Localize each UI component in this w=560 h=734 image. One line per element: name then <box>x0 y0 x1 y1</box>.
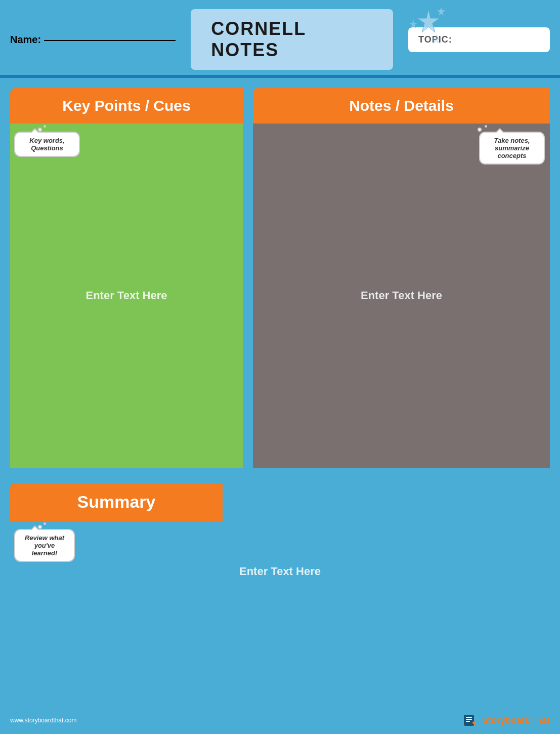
footer-brand: StoryboardThat <box>463 713 550 728</box>
name-label: Name: <box>10 34 41 46</box>
summary-bubble: Review what you've learned! <box>14 529 75 562</box>
notes-bubble: Take notes, summarize concepts <box>479 132 545 165</box>
page-title: CORNELL NOTES <box>211 18 306 60</box>
summary-section: Summary Review what you've learned! Ente… <box>0 483 560 632</box>
svg-marker-2 <box>409 19 418 28</box>
footer: www.storyboardthat.com StoryboardThat <box>10 713 550 728</box>
svg-rect-7 <box>466 721 470 722</box>
notes-bubble-dot-1 <box>478 128 482 132</box>
brand-icon <box>463 713 478 728</box>
svg-rect-5 <box>466 717 472 718</box>
key-points-header: Key Points / Cues <box>10 88 243 124</box>
summary-bubble-dot-2 <box>44 522 46 525</box>
svg-marker-3 <box>432 34 441 44</box>
svg-rect-6 <box>466 719 472 720</box>
summary-enter-text: Enter Text Here <box>239 565 321 578</box>
name-underline <box>44 40 176 41</box>
key-points-header-wrapper: Key Points / Cues <box>10 88 243 124</box>
title-box: CORNELL NOTES <box>191 9 393 70</box>
key-points-enter-text: Enter Text Here <box>86 289 167 302</box>
summary-body[interactable]: Review what you've learned! Enter Text H… <box>10 521 550 622</box>
footer-brand-accent: That <box>531 715 550 725</box>
name-section: Name: <box>10 34 176 46</box>
footer-url: www.storyboardthat.com <box>10 717 76 724</box>
svg-marker-0 <box>417 9 440 32</box>
stars-decoration <box>408 4 449 50</box>
summary-header: Summary <box>10 483 223 521</box>
key-points-column: Key Points / Cues Key words, Questions E… <box>10 88 243 483</box>
key-points-body[interactable]: Key words, Questions Enter Text Here <box>10 124 243 468</box>
notes-header: Notes / Details <box>253 88 550 124</box>
notes-column: Notes / Details Take notes, summarize co… <box>253 88 550 483</box>
bubble-dot-1 <box>38 128 42 132</box>
summary-bubble-dot-1 <box>38 525 42 529</box>
summary-header-wrapper: Summary <box>10 483 223 521</box>
notes-body[interactable]: Take notes, summarize concepts Enter Tex… <box>253 124 550 468</box>
svg-rect-4 <box>464 715 474 726</box>
notes-header-wrapper: Notes / Details <box>253 88 550 124</box>
notes-enter-text: Enter Text Here <box>361 289 442 302</box>
summary-title: Summary <box>77 492 156 511</box>
bubble-dot-2 <box>44 125 46 128</box>
main-content: Key Points / Cues Key words, Questions E… <box>0 78 560 483</box>
notes-bubble-dot-2 <box>485 125 487 128</box>
svg-marker-1 <box>437 7 446 16</box>
key-points-title: Key Points / Cues <box>62 97 190 114</box>
notes-title: Notes / Details <box>349 97 454 114</box>
key-points-bubble: Key words, Questions <box>14 132 80 157</box>
header: Name: CORNELL NOTES TOPIC: <box>0 0 560 75</box>
footer-brand-text: StoryboardThat <box>482 715 550 726</box>
